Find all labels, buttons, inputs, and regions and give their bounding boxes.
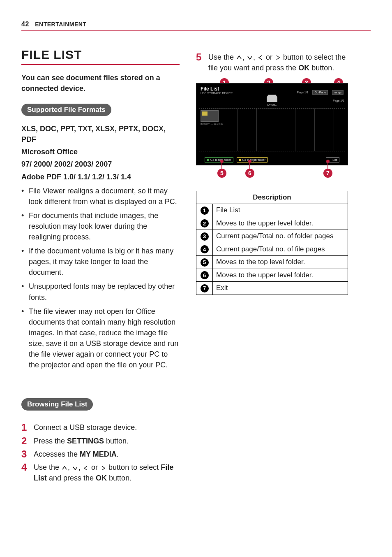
- table-row: 6Moves to the upper level folder.: [196, 269, 348, 282]
- step-3: 3 Accesses the MY MEDIA.: [21, 449, 180, 460]
- go-root-button: Go to root folder: [205, 157, 233, 162]
- shot-page-folder: Page 1/1: [297, 91, 308, 94]
- table-row: 7Exit: [196, 282, 348, 295]
- shot-page-file: Page 1/1: [333, 99, 344, 102]
- file-list-screenshot: File List USB STORAGE DEVICE Page 1/1 Go…: [196, 83, 348, 165]
- note-item: The file viewer may not open for Office …: [21, 306, 180, 371]
- page-header: 42 ENTERTAINMENT: [21, 21, 371, 31]
- intro-text: You can see document files stored on a c…: [21, 72, 180, 94]
- shot-drive-label: Drive1: [267, 103, 277, 107]
- shot-go-page: Go Page: [312, 90, 328, 95]
- formats-line2: Microsoft Office: [21, 146, 180, 157]
- note-item: Unsupported fonts may be replaced by oth…: [21, 281, 180, 302]
- table-row: 2Moves to the upper level folder.: [196, 217, 348, 230]
- step-2: 2 Press the SETTINGS button.: [21, 436, 180, 446]
- left-arrow-icon: [257, 54, 264, 61]
- right-arrow-icon: [274, 54, 281, 61]
- table-row: 5Moves to the top level folder.: [196, 256, 348, 269]
- table-row: 4Current page/Total no. of file pages: [196, 243, 348, 256]
- supported-formats-heading: Supported File Formats: [21, 104, 111, 116]
- page-number: 42: [21, 21, 29, 28]
- description-table: Description 1File List 2Moves to the upp…: [196, 191, 348, 295]
- table-row: 1File List: [196, 204, 348, 217]
- section-title: ENTERTAINMENT: [35, 21, 86, 28]
- down-arrow-icon: [247, 54, 253, 61]
- note-item: If the document volume is big or it has …: [21, 246, 180, 278]
- up-arrow-icon: [236, 54, 242, 61]
- formats-line1: XLS, DOC, PPT, TXT, XLSX, PPTX, DOCX, PD…: [21, 123, 180, 145]
- file-thumbnail-label: Butterfly_... 01:34:33: [201, 123, 223, 125]
- table-header: Description: [196, 191, 348, 204]
- file-thumbnail: [201, 110, 219, 122]
- step-4: 4 Use the , , or button to select File L…: [21, 462, 180, 483]
- step-5: 5 Use the , , or button to select the fi…: [196, 52, 352, 73]
- up-arrow-icon: [61, 465, 68, 471]
- main-title: FILE LIST: [21, 48, 180, 65]
- note-item: For documents that include images, the r…: [21, 210, 180, 242]
- table-row: 3Current page/Total no. of folder pages: [196, 230, 348, 243]
- shot-title: File List: [201, 86, 233, 92]
- browsing-heading: Browsing File List: [21, 398, 93, 411]
- right-arrow-icon: [100, 465, 106, 471]
- drive-icon: [267, 95, 277, 102]
- formats-line4: Adobe PDF 1.0/ 1.1/ 1.2/ 1.3/ 1.4: [21, 172, 180, 182]
- step-1: 1 Connect a USB storage device.: [21, 422, 180, 433]
- left-arrow-icon: [83, 465, 89, 471]
- go-upper-button: Go to upper folder: [237, 157, 267, 162]
- note-item: File Viewer realigns a document, so it m…: [21, 186, 180, 207]
- down-arrow-icon: [72, 465, 78, 471]
- formats-line3: 97/ 2000/ 2002/ 2003/ 2007: [21, 159, 180, 169]
- shot-change: range: [332, 90, 344, 95]
- shot-subtitle: USB STORAGE DEVICE: [201, 92, 233, 95]
